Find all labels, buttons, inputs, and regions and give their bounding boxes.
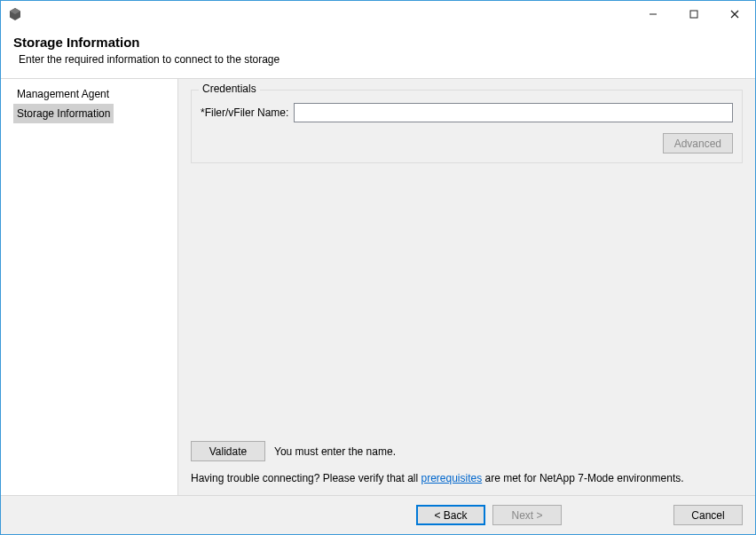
filer-name-input[interactable] (294, 103, 733, 122)
next-button[interactable]: Next > (492, 505, 562, 525)
sidebar-item-storage-information[interactable]: Storage Information (13, 104, 114, 123)
svg-rect-3 (690, 11, 697, 18)
hint-prefix: Having trouble connecting? Please verify… (191, 472, 421, 484)
connection-hint: Having trouble connecting? Please verify… (191, 470, 743, 486)
validate-message: You must enter the name. (274, 445, 396, 458)
wizard-body: Management Agent Storage Information Cre… (1, 78, 755, 495)
back-button[interactable]: < Back (416, 505, 485, 525)
validate-row: Validate You must enter the name. (191, 441, 743, 461)
maximize-button[interactable] (673, 1, 714, 28)
cancel-button[interactable]: Cancel (673, 505, 743, 525)
filer-name-label: *Filer/vFiler Name: (201, 106, 288, 119)
wizard-footer: < Back Next > Cancel (1, 495, 755, 534)
advanced-button[interactable]: Advanced (663, 133, 733, 153)
app-icon (8, 7, 22, 21)
validate-button[interactable]: Validate (191, 441, 265, 461)
page-title: Storage Information (13, 35, 743, 50)
prerequisites-link[interactable]: prerequisites (421, 472, 482, 484)
window-controls (633, 1, 755, 28)
sidebar-item-management-agent[interactable]: Management Agent (1, 84, 177, 104)
minimize-button[interactable] (633, 1, 673, 28)
wizard-steps-sidebar: Management Agent Storage Information (1, 79, 178, 495)
credentials-group-label: Credentials (199, 83, 260, 95)
wizard-header: Storage Information Enter the required i… (1, 28, 755, 78)
main-panel: Credentials *Filer/vFiler Name: Advanced… (178, 79, 755, 495)
titlebar (1, 1, 755, 28)
hint-suffix: are met for NetApp 7-Mode environments. (482, 472, 683, 484)
credentials-group: Credentials *Filer/vFiler Name: Advanced (191, 90, 743, 163)
close-button[interactable] (714, 1, 755, 28)
page-subtitle: Enter the required information to connec… (13, 53, 743, 66)
